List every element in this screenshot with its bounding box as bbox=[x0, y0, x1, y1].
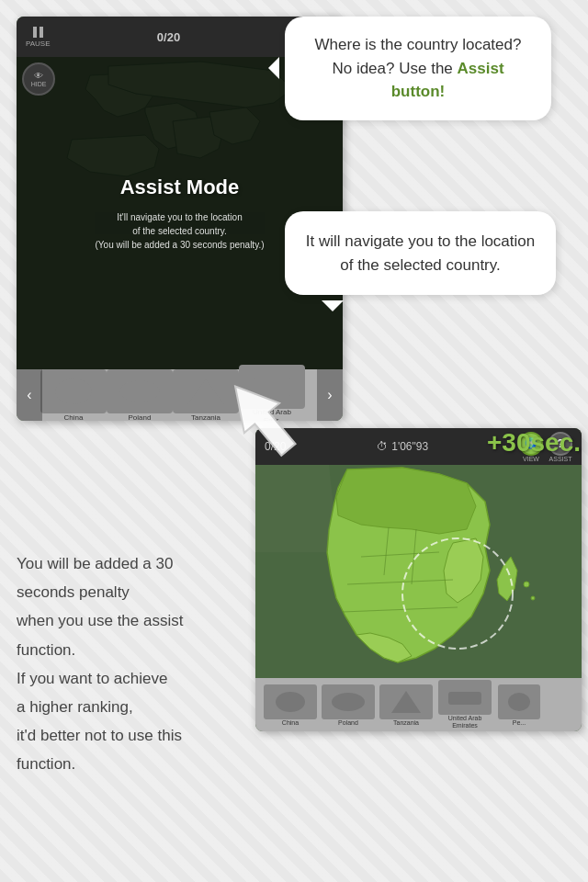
pause-label: PAUSE bbox=[26, 40, 51, 48]
assist-description: It'll navigate you to the location of th… bbox=[95, 210, 264, 252]
svg-point-15 bbox=[531, 596, 535, 600]
svg-marker-6 bbox=[218, 371, 306, 464]
score-display: 0/20 bbox=[157, 30, 180, 44]
bot-country-1[interactable]: Poland bbox=[321, 684, 376, 726]
country-label-1: Poland bbox=[129, 413, 152, 422]
country-item-0[interactable]: China bbox=[42, 369, 105, 422]
svg-point-2 bbox=[55, 379, 92, 404]
bubble-2: It will navigate you to the location of … bbox=[285, 211, 556, 295]
country-item-1[interactable]: Poland bbox=[108, 369, 171, 422]
svg-point-17 bbox=[332, 693, 365, 711]
left-text-block: You will be added a 30 seconds penalty w… bbox=[17, 551, 246, 781]
nav-left-button[interactable]: ‹ bbox=[17, 369, 42, 421]
bot-country-3[interactable]: United ArabEmirates bbox=[436, 680, 493, 729]
svg-point-16 bbox=[276, 692, 305, 712]
left-text-line4: function. bbox=[17, 638, 246, 662]
main-container: PAUSE 0/20 ⏱ 22"88 bbox=[0, 0, 588, 882]
left-text-line3: when you use the assist bbox=[17, 608, 246, 633]
svg-point-20 bbox=[508, 693, 530, 711]
bot-country-label-0: China bbox=[282, 719, 299, 726]
bottom-timer: 1'06"93 bbox=[391, 440, 428, 453]
hide-button[interactable]: 👁 HIDE bbox=[22, 62, 55, 96]
bot-country-4[interactable]: Pe... bbox=[496, 684, 542, 726]
bot-country-0[interactable]: China bbox=[263, 684, 318, 726]
big-arrow bbox=[202, 368, 322, 472]
bot-country-label-2: Tanzania bbox=[393, 719, 419, 726]
bot-country-label-4: Pe... bbox=[513, 719, 526, 726]
bubble-1-text: Where is the country located? No idea? U… bbox=[303, 33, 533, 104]
svg-point-14 bbox=[524, 582, 529, 587]
countries-strip-bottom: China Poland Tanzania bbox=[255, 678, 582, 731]
africa-map-svg bbox=[255, 465, 582, 678]
left-text-line6: a higher ranking, bbox=[17, 695, 246, 719]
bot-country-2[interactable]: Tanzania bbox=[379, 684, 434, 726]
bot-country-label-3: United ArabEmirates bbox=[448, 715, 482, 729]
svg-point-3 bbox=[119, 380, 160, 402]
left-text-line1: You will be added a 30 bbox=[17, 551, 246, 576]
assist-mode-title: Assist Mode bbox=[120, 175, 240, 199]
svg-marker-18 bbox=[391, 691, 421, 713]
left-text-line7: it'd better not to use this bbox=[17, 723, 246, 748]
bottom-timer-area: ⏱ 1'06"93 bbox=[377, 440, 428, 453]
pause-button[interactable]: PAUSE bbox=[26, 27, 51, 48]
left-text-line8: function. bbox=[17, 752, 246, 776]
left-text-line5: If you want to achieve bbox=[17, 666, 246, 691]
game-screen-bottom: 0/20 ⏱ 1'06"93 🌍 VIEW ? ASSIST bbox=[255, 428, 582, 731]
left-text-line2: seconds penalty bbox=[17, 580, 246, 605]
penalty-badge: +30sec. bbox=[487, 428, 581, 458]
africa-map-area bbox=[255, 465, 582, 678]
hide-label: HIDE bbox=[31, 81, 47, 87]
country-label-0: China bbox=[64, 413, 84, 422]
bubble-1: Where is the country located? No idea? U… bbox=[285, 17, 551, 120]
svg-rect-19 bbox=[448, 692, 481, 705]
bubble-2-text: It will navigate you to the location of … bbox=[305, 230, 536, 277]
bottom-clock-icon: ⏱ bbox=[377, 440, 388, 453]
bot-country-label-1: Poland bbox=[338, 719, 358, 726]
